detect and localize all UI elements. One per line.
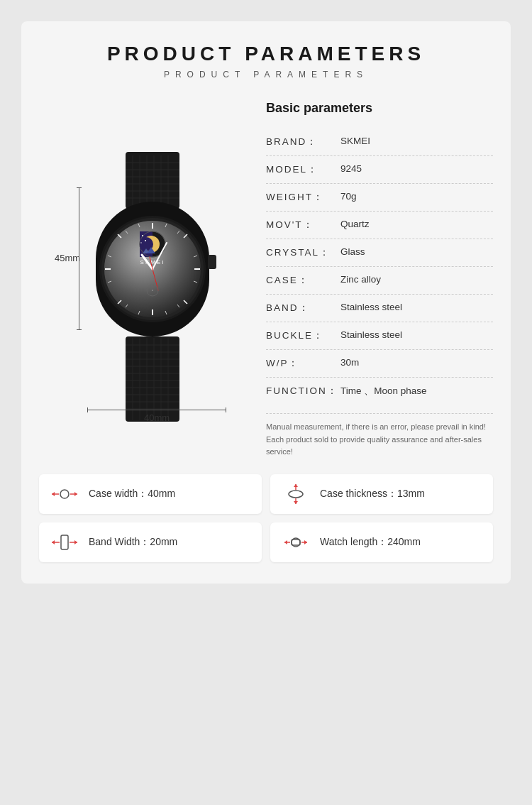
- param-key-function: FUNCTION：: [266, 385, 340, 398]
- band-width-icon: [50, 532, 79, 552]
- product-card: PRODUCT PARAMETERS PRODUCT PARAMETERS 45…: [21, 21, 511, 584]
- spec-box-band-width: Band Width：20mm: [39, 522, 262, 562]
- content-area: 45mm: [39, 101, 493, 459]
- svg-marker-86: [52, 540, 55, 544]
- param-row-wp: W/P： 30m: [266, 350, 493, 378]
- dim-45mm-label: 45mm: [55, 187, 80, 329]
- param-val-weight: 70g: [340, 191, 357, 202]
- param-row-buckle: BUCKLE： Stainless steel: [266, 322, 493, 350]
- param-val-brand: SKMEI: [340, 136, 370, 146]
- param-row-function: FUNCTION： Time 、Moon phase: [266, 378, 493, 405]
- params-section: Basic parameters BRAND： SKMEI MODEL： 924…: [266, 101, 493, 459]
- spec-boxes: Case width：40mm Case thickness：13mm: [39, 474, 493, 562]
- param-key-weight: WEIGHT：: [266, 191, 340, 204]
- spec-label-case-thickness: Case thickness：13mm: [320, 488, 425, 500]
- sub-title: PRODUCT PARAMETERS: [39, 70, 493, 80]
- param-val-crystal: Glass: [340, 246, 365, 257]
- param-row-case: CASE： Zinc alloy: [266, 267, 493, 295]
- svg-rect-90: [292, 540, 300, 545]
- param-note: Manual measurement, if there is an error…: [266, 413, 493, 459]
- param-val-function: Time 、Moon phase: [340, 385, 427, 398]
- param-val-case: Zinc alloy: [340, 274, 381, 285]
- param-val-wp: 30m: [340, 357, 359, 368]
- svg-point-44: [142, 235, 143, 236]
- params-table: BRAND： SKMEI MODEL： 9245 WEIGHT： 70g MOV…: [266, 128, 493, 405]
- spec-label-case-width: Case width：40mm: [89, 488, 175, 500]
- svg-marker-83: [294, 501, 298, 504]
- param-row-brand: BRAND： SKMEI: [266, 128, 493, 156]
- svg-marker-88: [74, 540, 77, 544]
- param-val-model: 9245: [340, 163, 362, 174]
- param-key-case: CASE：: [266, 274, 340, 287]
- svg-text:SKMEI: SKMEI: [140, 259, 165, 265]
- svg-point-79: [289, 491, 303, 498]
- param-row-band: BAND： Stainless steel: [266, 295, 493, 322]
- param-key-model: MODEL：: [266, 163, 340, 176]
- param-key-buckle: BUCKLE：: [266, 329, 340, 342]
- spec-box-case-width: Case width：40mm: [39, 474, 262, 514]
- svg-point-56: [152, 290, 153, 291]
- param-key-movt: MOV'T：: [266, 219, 340, 231]
- dim-v-bottom: [77, 329, 82, 330]
- param-key-crystal: CRYSTAL：: [266, 246, 340, 259]
- svg-marker-78: [74, 492, 77, 496]
- spec-label-band-width: Band Width：20mm: [89, 536, 177, 549]
- case-width-icon: [50, 484, 79, 504]
- svg-rect-14: [208, 255, 216, 269]
- param-key-wp: W/P：: [266, 357, 340, 370]
- dim-h-line: [87, 410, 226, 410]
- svg-point-46: [140, 242, 141, 243]
- watch-diagram: 45mm: [53, 138, 238, 436]
- param-val-band: Stainless steel: [340, 302, 402, 312]
- watch-image: SKMEI: [82, 152, 223, 425]
- param-row-weight: WEIGHT： 70g: [266, 184, 493, 212]
- spec-box-case-thickness: Case thickness：13mm: [270, 474, 493, 514]
- svg-marker-76: [52, 492, 55, 496]
- page-container: PRODUCT PARAMETERS PRODUCT PARAMETERS 45…: [0, 0, 532, 805]
- svg-marker-92: [284, 540, 287, 544]
- spec-label-watch-length: Watch length：240mm: [320, 536, 421, 549]
- svg-rect-84: [61, 535, 68, 549]
- param-val-movt: Quartz: [340, 219, 370, 229]
- svg-marker-81: [294, 484, 298, 487]
- dim-v-top: [77, 187, 82, 188]
- param-row-crystal: CRYSTAL： Glass: [266, 239, 493, 267]
- svg-marker-94: [304, 540, 307, 544]
- param-row-movt: MOV'T： Quartz: [266, 212, 493, 239]
- param-row-model: MODEL： 9245: [266, 156, 493, 184]
- watch-length-icon: [282, 532, 310, 552]
- param-key-brand: BRAND：: [266, 136, 340, 148]
- dim-40mm-label: 40mm: [87, 412, 226, 423]
- param-val-buckle: Stainless steel: [340, 329, 402, 340]
- spec-box-watch-length: Watch length：240mm: [270, 522, 493, 562]
- dim-v-line: [79, 187, 79, 329]
- params-title: Basic parameters: [266, 101, 493, 116]
- dim-h-container: 40mm: [87, 410, 226, 423]
- param-key-band: BAND：: [266, 302, 340, 314]
- watch-section: 45mm: [39, 101, 252, 459]
- main-title: PRODUCT PARAMETERS: [39, 43, 493, 65]
- svg-point-45: [145, 240, 146, 241]
- svg-rect-0: [126, 152, 179, 209]
- svg-rect-74: [60, 490, 69, 498]
- header-section: PRODUCT PARAMETERS PRODUCT PARAMETERS: [39, 43, 493, 80]
- case-thickness-icon: [282, 484, 310, 504]
